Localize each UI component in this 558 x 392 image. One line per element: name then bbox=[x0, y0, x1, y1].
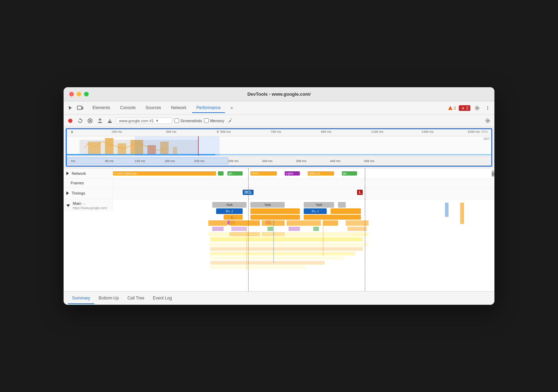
svg-text:!: ! bbox=[450, 107, 451, 110]
l-marker: L bbox=[357, 190, 363, 195]
error-count: 2 bbox=[466, 106, 468, 110]
cursor-icon[interactable] bbox=[66, 104, 74, 112]
main-track: Main — https://www.google.com/ Task Task… bbox=[64, 199, 494, 291]
tab-sources[interactable]: Sources bbox=[141, 103, 165, 113]
svg-rect-39 bbox=[210, 247, 363, 251]
timings-track: Timings DCL L bbox=[64, 188, 494, 199]
performance-settings-icon[interactable] bbox=[484, 117, 492, 125]
upload-button[interactable] bbox=[96, 117, 104, 125]
title-bar: DevTools - www.google.com/ bbox=[64, 87, 494, 101]
svg-point-7 bbox=[487, 107, 488, 108]
main-dcl-line bbox=[248, 199, 249, 291]
devtools-window: DevTools - www.google.com/ Elements Cons… bbox=[64, 87, 494, 305]
screenshots-checkbox-group: Screenshots bbox=[174, 118, 202, 123]
record-button[interactable] bbox=[66, 117, 74, 125]
svg-rect-33 bbox=[289, 227, 300, 231]
url-dropdown-icon[interactable]: ▼ bbox=[155, 119, 159, 123]
error-badge: ✕ 2 bbox=[459, 105, 470, 111]
screenshots-checkbox[interactable] bbox=[174, 118, 179, 123]
tab-network[interactable]: Network bbox=[167, 103, 191, 113]
clear-button[interactable] bbox=[86, 117, 94, 125]
svg-rect-38 bbox=[208, 243, 369, 246]
lower-mark-199: 199 ms bbox=[164, 159, 175, 163]
l-vline bbox=[365, 168, 365, 178]
svg-rect-44 bbox=[247, 220, 247, 270]
tab-console[interactable]: Console bbox=[116, 103, 140, 113]
task-bar-0: Task bbox=[212, 202, 247, 208]
yellow-fill-1 bbox=[304, 215, 361, 220]
network-bar-5: ge... bbox=[342, 171, 357, 176]
svg-rect-46 bbox=[323, 220, 323, 256]
settings-icon[interactable] bbox=[473, 104, 481, 112]
network-bar-4: hpba (w... bbox=[308, 171, 334, 176]
reload-button[interactable] bbox=[76, 117, 84, 125]
lower-mark-99: 99 ms bbox=[105, 159, 114, 163]
task-bar-3 bbox=[338, 202, 346, 208]
bottom-tab-bottom-up[interactable]: Bottom-Up bbox=[94, 293, 123, 304]
net-label: NET bbox=[483, 137, 490, 141]
timings-l-line bbox=[365, 188, 365, 199]
maximize-button[interactable] bbox=[84, 92, 89, 96]
bottom-tabs: Summary Bottom-Up Call Tree Event Log bbox=[64, 291, 494, 305]
tab-bar: Elements Console Sources Network Perform… bbox=[64, 101, 494, 115]
svg-rect-32 bbox=[231, 227, 247, 231]
svg-rect-42 bbox=[210, 261, 325, 265]
timeline-lower-ruler[interactable]: ms 99 ms 149 ms 199 ms 249 ms 299 ms 349… bbox=[67, 156, 491, 166]
url-text: www.google.com #1 bbox=[119, 119, 154, 123]
main-track-area: Network e.com/ (www.go... ge... client..… bbox=[64, 168, 494, 291]
network-scrollbar-thumb[interactable] bbox=[492, 172, 494, 176]
cpu-chart-overview[interactable]: NET bbox=[67, 136, 491, 156]
bottom-tab-summary[interactable]: Summary bbox=[68, 293, 94, 304]
task-bar-1: Task bbox=[250, 202, 285, 208]
window-controls bbox=[69, 92, 89, 96]
ruler-mark-399: 399 ms bbox=[166, 130, 177, 133]
main-collapse-icon[interactable] bbox=[66, 204, 70, 207]
tab-more[interactable]: » bbox=[226, 103, 237, 113]
main-l-line bbox=[365, 199, 365, 291]
network-expand-icon[interactable] bbox=[66, 172, 69, 175]
yellow-bar-0 bbox=[250, 208, 300, 214]
bottom-tab-call-tree[interactable]: Call Tree bbox=[123, 293, 149, 304]
device-icon[interactable] bbox=[76, 104, 84, 112]
timeline-overview-section[interactable]: ⏸ 199 ms 399 ms ⏸ 599 ms 799 ms 999 ms 1… bbox=[66, 128, 492, 167]
lower-mark-449: 449 ms bbox=[330, 159, 340, 163]
warning-count: 2 bbox=[454, 106, 456, 110]
bottom-tab-event-log[interactable]: Event Log bbox=[149, 293, 176, 304]
memory-checkbox[interactable] bbox=[204, 118, 209, 123]
svg-rect-51 bbox=[350, 232, 367, 236]
warning-badge: ! 2 bbox=[448, 106, 456, 111]
timings-label: Timings bbox=[72, 191, 85, 195]
tab-bar-icons bbox=[66, 104, 84, 112]
tab-right-actions: ! 2 ✕ 2 bbox=[448, 104, 492, 112]
svg-rect-29 bbox=[286, 220, 321, 226]
ruler-mark-999: 999 ms bbox=[321, 130, 332, 133]
timings-track-label: Timings bbox=[64, 188, 113, 199]
memory-checkbox-group: Memory bbox=[204, 118, 224, 123]
frames-track: Frames bbox=[64, 179, 494, 188]
yellow-fill-0 bbox=[250, 215, 300, 220]
svg-rect-12 bbox=[108, 122, 112, 123]
event-bar-1: Ev...t bbox=[304, 208, 327, 214]
svg-point-13 bbox=[487, 120, 489, 121]
dcl-vline bbox=[248, 168, 249, 178]
url-selector[interactable]: www.google.com #1 ▼ bbox=[116, 118, 172, 124]
close-button[interactable] bbox=[69, 92, 74, 96]
svg-rect-49 bbox=[346, 220, 369, 226]
network-scrollbar[interactable] bbox=[492, 170, 494, 177]
tab-elements[interactable]: Elements bbox=[88, 103, 114, 113]
download-button[interactable] bbox=[106, 117, 114, 125]
main-track-label: Main — https://www.google.com/ bbox=[64, 199, 113, 211]
timings-expand-icon[interactable] bbox=[66, 191, 69, 195]
timeline-ruler-top: ⏸ 199 ms 399 ms ⏸ 599 ms 799 ms 999 ms 1… bbox=[67, 129, 491, 136]
svg-rect-25 bbox=[135, 136, 219, 156]
network-bar-green-0 bbox=[218, 171, 224, 176]
yellow-bar-1 bbox=[331, 208, 361, 214]
more-icon[interactable] bbox=[484, 104, 492, 112]
minimize-button[interactable] bbox=[77, 92, 81, 96]
svg-rect-41 bbox=[210, 256, 344, 260]
svg-rect-26 bbox=[208, 220, 227, 226]
broom-icon[interactable] bbox=[226, 117, 234, 125]
frames-l-line bbox=[365, 179, 365, 187]
svg-rect-27 bbox=[229, 220, 260, 226]
tab-performance[interactable]: Performance bbox=[192, 103, 225, 113]
